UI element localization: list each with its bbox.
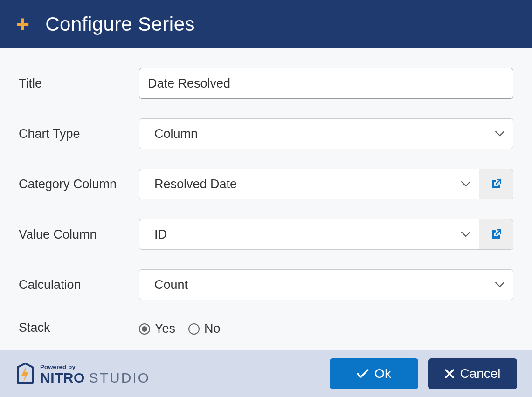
external-link-icon xyxy=(490,178,502,190)
brand-suffix: STUDIO xyxy=(89,370,150,385)
value-column-external-button[interactable] xyxy=(479,219,513,250)
category-column-label: Category Column xyxy=(19,177,139,192)
dialog-body: Title Chart Type Column Category Column … xyxy=(0,48,532,385)
chevron-down-icon xyxy=(461,232,470,237)
ok-button-label: Ok xyxy=(374,366,391,381)
brand-logo-area: Powered by NITRO STUDIO xyxy=(15,363,150,385)
value-column-select[interactable]: ID xyxy=(139,219,479,250)
stack-yes-option[interactable]: Yes xyxy=(139,322,175,336)
cancel-button-label: Cancel xyxy=(460,366,500,381)
plus-icon: + xyxy=(16,13,29,36)
ok-button[interactable]: Ok xyxy=(330,358,418,389)
title-label: Title xyxy=(19,76,139,91)
chart-type-select[interactable]: Column xyxy=(139,118,513,149)
chart-type-label: Chart Type xyxy=(19,127,139,141)
dialog-header: + Configure Series xyxy=(0,0,532,48)
radio-icon xyxy=(188,323,200,335)
nitro-logo-icon xyxy=(15,363,35,385)
title-input[interactable] xyxy=(139,68,513,99)
value-column-value: ID xyxy=(154,227,167,242)
calculation-value: Count xyxy=(154,278,188,292)
external-link-icon xyxy=(490,228,502,240)
value-column-label: Value Column xyxy=(19,227,139,242)
stack-radio-group: Yes No xyxy=(139,320,221,336)
chevron-down-icon xyxy=(495,131,504,137)
stack-label: Stack xyxy=(19,321,139,335)
category-column-external-button[interactable] xyxy=(479,169,513,199)
stack-no-label: No xyxy=(204,322,221,336)
category-column-value: Resolved Date xyxy=(154,177,237,192)
dialog-title: Configure Series xyxy=(45,13,195,35)
chart-type-value: Column xyxy=(154,127,198,141)
close-icon xyxy=(445,369,454,378)
brand-name: NITRO xyxy=(40,370,85,385)
cancel-button[interactable]: Cancel xyxy=(428,358,517,389)
radio-icon xyxy=(139,323,150,335)
chevron-down-icon xyxy=(461,181,470,187)
dialog-footer: Powered by NITRO STUDIO Ok Cancel xyxy=(0,350,532,397)
stack-no-option[interactable]: No xyxy=(188,322,221,336)
check-icon xyxy=(357,369,369,378)
category-column-select[interactable]: Resolved Date xyxy=(139,169,479,199)
calculation-label: Calculation xyxy=(19,278,139,292)
stack-yes-label: Yes xyxy=(155,322,175,336)
chevron-down-icon xyxy=(495,282,504,287)
powered-by-text: Powered by xyxy=(40,364,150,370)
calculation-select[interactable]: Count xyxy=(139,269,513,300)
